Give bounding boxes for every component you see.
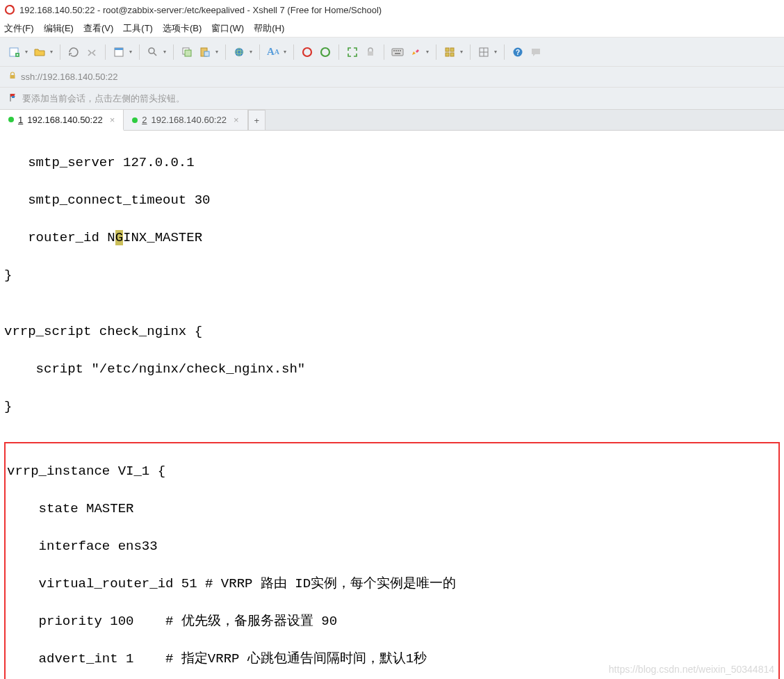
terminal-line: }	[4, 398, 780, 416]
svg-rect-22	[446, 48, 449, 51]
toolbar-separator	[384, 44, 384, 60]
svg-rect-16	[392, 49, 403, 56]
terminal-line: vrrp_script check_nginx {	[4, 322, 780, 341]
toolbar-separator	[60, 44, 60, 60]
help-icon[interactable]: ?	[510, 44, 525, 60]
svg-point-10	[235, 48, 243, 56]
status-dot-icon	[8, 117, 14, 122]
menu-view[interactable]: 查看(V)	[83, 22, 113, 35]
add-tab-button[interactable]: +	[248, 110, 266, 130]
copy-icon[interactable]	[179, 44, 195, 60]
keyboard-icon[interactable]	[390, 44, 405, 60]
address-bar[interactable]: ssh://192.168.140.50:22	[0, 67, 784, 88]
lock-icon[interactable]	[363, 44, 378, 60]
web-icon[interactable]	[231, 44, 247, 60]
svg-rect-21	[395, 53, 400, 54]
paste-dropdown[interactable]: ▾	[214, 44, 220, 60]
highlight-icon[interactable]	[408, 44, 423, 60]
highlight-dropdown[interactable]: ▾	[425, 44, 430, 60]
tab-session-1[interactable]: 1 192.168.140.50:22 ×	[0, 110, 124, 131]
svg-rect-4	[115, 48, 123, 50]
toolbar-separator	[293, 44, 294, 60]
window-title: 192.168.140.50:22 - root@zabbix-server:/…	[19, 5, 382, 15]
chat-icon[interactable]	[528, 44, 544, 60]
svg-rect-30	[12, 96, 15, 98]
menu-help[interactable]: 帮助(H)	[254, 22, 284, 35]
toolbar-separator	[470, 44, 471, 60]
hint-bar: 要添加当前会话，点击左侧的箭头按钮。	[0, 88, 784, 110]
terminal-line: state MASTER	[7, 500, 777, 518]
svg-rect-9	[204, 51, 209, 56]
properties-dropdown[interactable]: ▾	[128, 44, 133, 60]
tab-bar: 1 192.168.140.50:22 × 2 192.168.140.60:2…	[0, 110, 784, 131]
web-dropdown[interactable]: ▾	[248, 44, 254, 60]
open-session-icon[interactable]	[32, 44, 47, 60]
paste-icon[interactable]	[197, 44, 213, 60]
toolbar-separator	[338, 44, 339, 60]
tab-label: 192.168.140.50:22	[27, 115, 102, 125]
tile-icon[interactable]	[442, 44, 457, 60]
toolbar-separator	[504, 44, 505, 60]
svg-rect-24	[446, 53, 449, 56]
terminal-line: smtp_connect_timeout 30	[4, 191, 780, 210]
menu-tools[interactable]: 工具(T)	[123, 22, 153, 35]
svg-point-14	[321, 48, 329, 56]
close-icon[interactable]: ×	[110, 115, 115, 125]
svg-rect-15	[368, 51, 373, 56]
grid-icon[interactable]	[476, 44, 491, 60]
tile-dropdown[interactable]: ▾	[459, 44, 464, 60]
font-dropdown[interactable]: ▾	[282, 44, 288, 60]
svg-rect-19	[398, 50, 399, 51]
title-bar: 192.168.140.50:22 - root@zabbix-server:/…	[0, 0, 784, 19]
fullscreen-icon[interactable]	[345, 44, 360, 60]
address-text: ssh://192.168.140.50:22	[21, 72, 118, 82]
disconnect-icon[interactable]	[84, 44, 99, 60]
lock-indicator-icon	[8, 72, 17, 82]
open-session-dropdown[interactable]: ▾	[49, 44, 54, 60]
tab-session-2[interactable]: 2 192.168.140.60:22 ×	[124, 110, 247, 130]
close-icon[interactable]: ×	[234, 115, 239, 125]
terminal-line: interface ens33	[7, 537, 777, 556]
hint-text: 要添加当前会话，点击左侧的箭头按钮。	[22, 92, 185, 105]
reconnect-icon[interactable]	[66, 44, 81, 60]
svg-rect-29	[10, 75, 15, 79]
terminal-line: smtp_server 127.0.0.1	[4, 154, 780, 172]
terminal-line: vrrp_instance VI_1 {	[7, 462, 777, 481]
cursor-highlight: G	[115, 230, 123, 245]
menu-bar: 文件(F) 编辑(E) 查看(V) 工具(T) 选项卡(B) 窗口(W) 帮助(…	[0, 19, 784, 38]
terminal-line: priority 100 # 优先级，备服务器设置 90	[7, 612, 777, 631]
svg-rect-23	[450, 48, 454, 51]
properties-icon[interactable]	[111, 44, 126, 60]
menu-file[interactable]: 文件(F)	[4, 22, 34, 35]
svg-rect-25	[450, 53, 454, 56]
terminal-pane[interactable]: smtp_server 127.0.0.1 smtp_connect_timeo…	[0, 131, 784, 679]
find-dropdown[interactable]: ▾	[162, 44, 168, 60]
find-icon[interactable]	[145, 44, 161, 60]
toolbar-separator	[173, 44, 174, 60]
xshell-app-icon	[4, 4, 15, 15]
toolbar-separator	[105, 44, 106, 60]
toolbar: ▾ ▾ ▾ ▾ ▾ ▾ AA ▾ ▾ ▾ ▾ ?	[0, 38, 784, 67]
grid-dropdown[interactable]: ▾	[493, 44, 498, 60]
menu-tabs[interactable]: 选项卡(B)	[163, 22, 202, 35]
svg-point-13	[303, 48, 311, 56]
menu-edit[interactable]: 编辑(E)	[44, 22, 74, 35]
font-icon[interactable]: AA	[266, 44, 281, 60]
svg-text:?: ?	[516, 49, 520, 56]
svg-rect-17	[393, 50, 395, 51]
svg-point-5	[149, 48, 154, 54]
toolbar-separator	[139, 44, 140, 60]
menu-window[interactable]: 窗口(W)	[211, 22, 244, 35]
new-session-icon[interactable]	[7, 44, 22, 60]
tab-number: 2	[142, 115, 147, 125]
toolbar-separator	[436, 44, 436, 60]
xftp-icon[interactable]	[318, 44, 333, 60]
new-session-dropdown[interactable]: ▾	[24, 44, 29, 60]
svg-rect-7	[185, 50, 191, 56]
xshell-icon[interactable]	[300, 44, 315, 60]
svg-rect-20	[400, 50, 401, 51]
svg-rect-18	[395, 50, 397, 51]
watermark-text: https://blog.csdn.net/weixin_50344814	[609, 664, 774, 675]
terminal-line: }	[4, 266, 780, 285]
status-dot-icon	[132, 117, 138, 123]
